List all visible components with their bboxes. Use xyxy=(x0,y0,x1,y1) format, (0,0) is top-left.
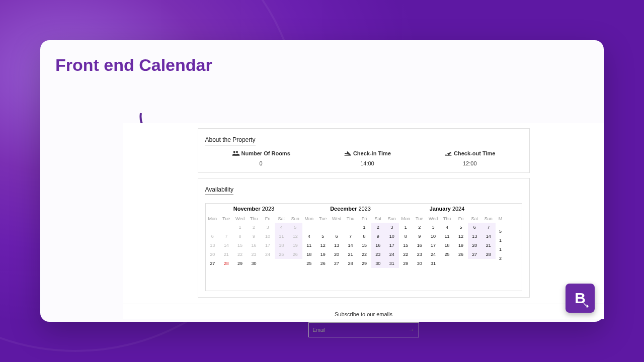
calendar-day[interactable]: 15 xyxy=(399,241,413,250)
calendar-day[interactable]: 21 xyxy=(219,250,233,259)
calendar-day[interactable]: 8 xyxy=(357,232,371,241)
calendar-day[interactable]: 16 xyxy=(413,241,426,250)
calendar-day[interactable]: 3 xyxy=(426,223,440,232)
calendar-day[interactable]: 18 xyxy=(275,241,288,250)
calendar-day[interactable]: 30 xyxy=(371,259,385,268)
calendar-day[interactable]: 7 xyxy=(481,223,495,232)
calendar-day[interactable]: 3 xyxy=(261,223,274,232)
calendar-day[interactable]: 15 xyxy=(233,241,247,250)
calendar-day[interactable]: 14 xyxy=(344,241,357,250)
calendar-day[interactable]: 2 xyxy=(496,254,506,263)
calendar-day[interactable]: 30 xyxy=(247,259,261,268)
calendar-day[interactable]: 22 xyxy=(357,250,371,259)
calendar-day[interactable] xyxy=(496,223,506,227)
calendar-day[interactable]: 1 xyxy=(233,223,247,232)
calendar-day[interactable]: 5 xyxy=(316,232,330,241)
calendar-day[interactable]: 14 xyxy=(219,241,233,250)
email-input[interactable]: Email → xyxy=(308,322,419,337)
calendar-day[interactable]: 4 xyxy=(440,223,454,232)
calendar-day[interactable]: 5 xyxy=(496,227,506,236)
calendar-day[interactable]: 1 xyxy=(496,245,506,254)
calendar-day[interactable]: 25 xyxy=(275,250,288,259)
calendar-day[interactable]: 14 xyxy=(481,232,495,241)
calendar-day[interactable]: 19 xyxy=(316,250,330,259)
calendar-day[interactable]: 26 xyxy=(454,250,467,259)
calendar-day[interactable]: 23 xyxy=(371,250,385,259)
calendar-day[interactable]: 24 xyxy=(426,250,440,259)
calendar-day[interactable]: 1 xyxy=(496,236,506,245)
calendar-day[interactable]: 7 xyxy=(344,232,357,241)
calendar-day[interactable]: 23 xyxy=(247,250,261,259)
calendar-day[interactable]: 25 xyxy=(440,250,454,259)
calendar-day[interactable]: 2 xyxy=(371,223,385,232)
calendar-day[interactable]: 9 xyxy=(371,232,385,241)
calendar-day[interactable]: 21 xyxy=(481,241,495,250)
calendar-day[interactable]: 9 xyxy=(247,232,261,241)
calendar-day[interactable]: 11 xyxy=(275,232,288,241)
calendar-day[interactable]: 1 xyxy=(399,223,413,232)
calendar-day[interactable]: 22 xyxy=(233,250,247,259)
calendar-day[interactable]: 26 xyxy=(316,259,330,268)
calendar-day[interactable]: 6 xyxy=(330,232,343,241)
calendar-day[interactable]: 12 xyxy=(454,232,467,241)
calendar-day[interactable]: 23 xyxy=(413,250,426,259)
calendar-day[interactable]: 20 xyxy=(206,250,219,259)
calendar-day[interactable]: 12 xyxy=(288,232,302,241)
calendar-day[interactable]: 27 xyxy=(206,259,219,268)
calendar-day[interactable]: 6 xyxy=(468,223,481,232)
calendar-day[interactable]: 20 xyxy=(468,241,481,250)
calendar-day[interactable]: 5 xyxy=(288,223,302,232)
calendar-day[interactable]: 7 xyxy=(219,232,233,241)
calendar-day[interactable]: 19 xyxy=(454,241,467,250)
calendar-day[interactable]: 30 xyxy=(413,259,426,268)
calendar-day[interactable]: 18 xyxy=(440,241,454,250)
calendar-day[interactable]: 8 xyxy=(399,232,413,241)
calendar-day[interactable]: 22 xyxy=(399,250,413,259)
calendar-day[interactable]: 15 xyxy=(357,241,371,250)
calendar-day[interactable]: 28 xyxy=(481,250,495,259)
submit-arrow-icon[interactable]: → xyxy=(409,326,415,333)
calendar-day[interactable]: 16 xyxy=(247,241,261,250)
calendar-day[interactable]: 21 xyxy=(344,250,357,259)
calendar-day[interactable]: 12 xyxy=(316,241,330,250)
calendar-day[interactable]: 10 xyxy=(426,232,440,241)
calendar-day[interactable]: 28 xyxy=(344,259,357,268)
calendar-day[interactable]: 29 xyxy=(233,259,247,268)
calendar-day[interactable]: 17 xyxy=(426,241,440,250)
calendar-container[interactable]: November 2023MonTueWedThuFriSatSun123456… xyxy=(205,203,522,291)
calendar-day[interactable]: 20 xyxy=(330,250,343,259)
calendar-day[interactable]: 27 xyxy=(330,259,343,268)
calendar-day[interactable]: 17 xyxy=(385,241,398,250)
calendar-day[interactable]: 4 xyxy=(302,232,316,241)
calendar-day[interactable]: 16 xyxy=(371,241,385,250)
calendar-day[interactable]: 29 xyxy=(357,259,371,268)
calendar-day[interactable]: 18 xyxy=(302,250,316,259)
calendar-day[interactable]: 31 xyxy=(426,259,440,268)
calendar-day[interactable]: 9 xyxy=(413,232,426,241)
calendar-day[interactable]: 13 xyxy=(330,241,343,250)
calendar-day[interactable]: 25 xyxy=(302,259,316,268)
calendar-day[interactable]: 11 xyxy=(302,241,316,250)
calendar-day[interactable]: 3 xyxy=(385,223,398,232)
calendar-day[interactable]: 11 xyxy=(440,232,454,241)
calendar-day[interactable]: 31 xyxy=(385,259,398,268)
calendar-day[interactable]: 10 xyxy=(261,232,274,241)
calendar-day[interactable]: 13 xyxy=(468,232,481,241)
calendar-day[interactable]: 8 xyxy=(233,232,247,241)
calendar-day[interactable]: 29 xyxy=(399,259,413,268)
calendar-day[interactable]: 24 xyxy=(385,250,398,259)
calendar-day[interactable]: 2 xyxy=(247,223,261,232)
calendar-day[interactable]: 27 xyxy=(468,250,481,259)
calendar-day[interactable]: 24 xyxy=(261,250,274,259)
calendar-day[interactable]: 17 xyxy=(261,241,274,250)
app-badge[interactable]: B xyxy=(566,284,595,313)
calendar-day[interactable]: 26 xyxy=(288,250,302,259)
calendar-day[interactable]: 5 xyxy=(454,223,467,232)
calendar-day[interactable]: 28 xyxy=(219,259,233,268)
calendar-day[interactable]: 1 xyxy=(357,223,371,232)
calendar-day[interactable]: 19 xyxy=(288,241,302,250)
calendar-day[interactable]: 4 xyxy=(275,223,288,232)
calendar-day[interactable]: 2 xyxy=(413,223,426,232)
calendar-day[interactable]: 6 xyxy=(206,232,219,241)
calendar-day[interactable]: 13 xyxy=(206,241,219,250)
